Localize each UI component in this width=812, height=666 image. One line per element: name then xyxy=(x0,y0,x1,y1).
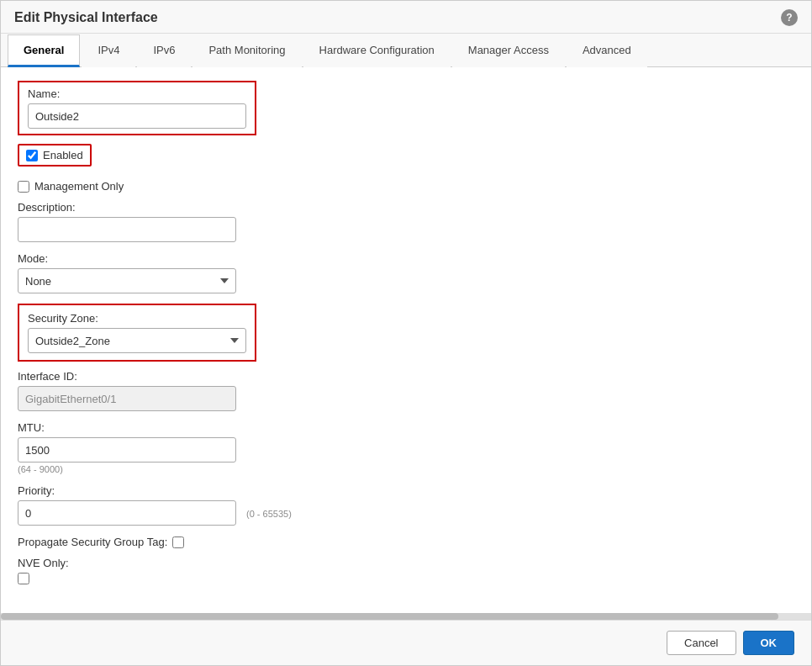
name-input[interactable] xyxy=(28,103,246,129)
management-only-group: Management Only xyxy=(18,180,794,193)
tab-path-monitoring[interactable]: Path Monitoring xyxy=(192,34,301,67)
tab-hardware-configuration[interactable]: Hardware Configuration xyxy=(303,34,451,67)
management-only-checkbox[interactable] xyxy=(18,181,29,193)
name-label: Name: xyxy=(28,87,246,100)
tab-general[interactable]: General xyxy=(8,34,80,67)
interface-id-input xyxy=(18,386,236,411)
priority-input[interactable] xyxy=(18,500,236,526)
enabled-checkbox[interactable] xyxy=(26,150,38,161)
enabled-label: Enabled xyxy=(43,149,83,161)
dialog-footer: Cancel OK xyxy=(1,620,811,665)
dialog-header: Edit Physical Interface ? xyxy=(1,1,811,34)
scrollbar-thumb[interactable] xyxy=(1,613,778,620)
tab-ipv6[interactable]: IPv6 xyxy=(137,34,191,67)
security-zone-group: Security Zone: Outside2_Zone None xyxy=(18,304,256,362)
security-zone-label: Security Zone: xyxy=(28,312,246,325)
interface-id-label: Interface ID: xyxy=(18,370,794,383)
edit-physical-interface-dialog: Edit Physical Interface ? General IPv4 I… xyxy=(0,0,812,666)
enabled-group: Enabled xyxy=(18,144,92,166)
nve-only-group: NVE Only: xyxy=(18,557,794,587)
tab-advanced[interactable]: Advanced xyxy=(567,34,647,67)
help-icon[interactable]: ? xyxy=(781,9,798,26)
name-group: Name: xyxy=(18,81,256,135)
priority-hint: (0 - 65535) xyxy=(246,509,292,519)
description-label: Description: xyxy=(18,201,794,214)
propagate-sgt-checkbox[interactable] xyxy=(172,536,184,548)
mtu-hint: (64 - 9000) xyxy=(18,464,794,474)
mode-group: Mode: None Inline Passive Erspan Target xyxy=(18,252,794,293)
interface-id-group: Interface ID: xyxy=(18,370,794,411)
priority-label: Priority: xyxy=(18,484,794,497)
mtu-label: MTU: xyxy=(18,421,794,434)
mode-select[interactable]: None Inline Passive Erspan Target xyxy=(18,268,236,293)
mode-label: Mode: xyxy=(18,252,794,265)
propagate-sgt-label: Propagate Security Group Tag: xyxy=(18,536,167,548)
dialog-title: Edit Physical Interface xyxy=(14,10,158,25)
cancel-button[interactable]: Cancel xyxy=(667,631,736,655)
nve-only-label: NVE Only: xyxy=(18,557,794,569)
description-input[interactable] xyxy=(18,217,236,242)
mtu-input[interactable] xyxy=(18,437,236,462)
ok-button[interactable]: OK xyxy=(743,631,795,655)
security-zone-select[interactable]: Outside2_Zone None xyxy=(28,328,246,353)
nve-only-checkbox[interactable] xyxy=(18,573,29,584)
mtu-group: MTU: (64 - 9000) xyxy=(18,421,794,474)
description-group: Description: xyxy=(18,201,794,242)
tab-manager-access[interactable]: Manager Access xyxy=(452,34,565,67)
scrollbar-area[interactable] xyxy=(1,613,811,620)
tab-ipv4[interactable]: IPv4 xyxy=(82,34,135,67)
propagate-sgt-group: Propagate Security Group Tag: xyxy=(18,536,794,548)
priority-group: Priority: (0 - 65535) xyxy=(18,484,794,526)
dialog-body: Name: Enabled Management Only Descriptio… xyxy=(1,67,811,613)
tab-bar: General IPv4 IPv6 Path Monitoring Hardwa… xyxy=(1,34,811,67)
management-only-label: Management Only xyxy=(34,180,124,193)
